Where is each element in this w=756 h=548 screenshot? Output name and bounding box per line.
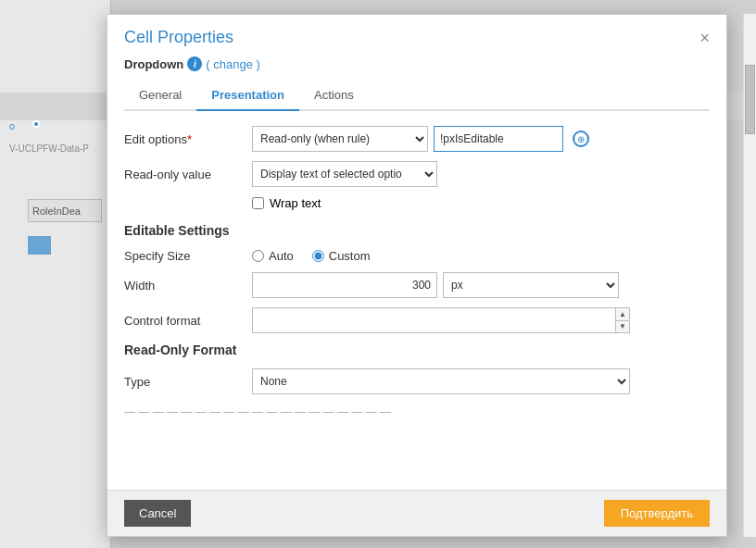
edit-options-text-input[interactable]: [434, 126, 563, 152]
edit-options-row: Edit options* Read-only (when rule) Alwa…: [124, 126, 710, 152]
spinner-up-arrow[interactable]: ▲: [616, 308, 629, 321]
custom-label: Custom: [329, 249, 371, 263]
width-control: px em %: [252, 272, 710, 298]
dialog-title: Cell Properties: [124, 28, 233, 47]
hint-text: — — — — — — — — — — — — — — — — — — —: [124, 405, 710, 418]
dialog-body: Dropdown i ( change ) General Presentati…: [107, 56, 726, 490]
wrap-text-row: Wrap text: [252, 196, 710, 210]
dropdown-label-text: Dropdown: [124, 57, 183, 71]
bg-label-o: o: [9, 120, 15, 131]
search-icon-button[interactable]: ⊕: [569, 127, 593, 151]
editable-settings-header: Editable Settings: [124, 223, 710, 238]
control-format-control: ▲ ▼: [252, 307, 710, 333]
radio-group: Auto Custom: [252, 249, 371, 263]
required-star: *: [187, 132, 192, 146]
spinner-box: ▲ ▼: [252, 307, 630, 333]
tab-general[interactable]: General: [124, 81, 196, 111]
bg-dot1: [32, 120, 40, 128]
readonly-value-label: Read-only value: [124, 168, 245, 181]
bg-label-path: V-UCLPFW-Data-P: [9, 143, 102, 154]
control-format-label: Control format: [124, 314, 245, 328]
bg-sidebar: [0, 0, 111, 548]
specify-size-label: Specify Size: [124, 249, 245, 263]
type-select[interactable]: None Currency Date Number: [252, 368, 630, 394]
tabs-container: General Presentation Actions: [124, 81, 710, 111]
cell-properties-dialog: Cell Properties × Dropdown i ( change ) …: [107, 14, 727, 537]
specify-size-row: Specify Size Auto Custom: [124, 249, 710, 263]
edit-options-select[interactable]: Read-only (when rule) Always editable Ne…: [252, 126, 428, 152]
readonly-format-section: Read-Only Format Type None Currency Date…: [124, 342, 710, 394]
control-format-row: Control format ▲ ▼: [124, 307, 710, 333]
edit-options-label: Edit options*: [124, 132, 245, 146]
tab-presentation[interactable]: Presentation: [196, 81, 299, 111]
spinner-down-arrow[interactable]: ▼: [616, 321, 629, 333]
edit-options-control: Read-only (when rule) Always editable Ne…: [252, 126, 710, 152]
change-link[interactable]: ( change ): [206, 57, 260, 71]
outer-scrollbar: [743, 14, 756, 537]
specify-size-control: Auto Custom: [252, 249, 710, 263]
wrap-text-label: Wrap text: [270, 196, 321, 210]
readonly-value-select[interactable]: Display text of selected optio Display v…: [252, 161, 437, 187]
bg-selected-cell: [28, 236, 51, 255]
readonly-format-header: Read-Only Format: [124, 342, 710, 357]
search-icon: ⊕: [573, 131, 589, 147]
unit-select[interactable]: px em %: [443, 272, 619, 298]
custom-radio[interactable]: [312, 250, 324, 262]
type-label: Type: [124, 375, 245, 389]
type-control: None Currency Date Number: [252, 368, 710, 394]
custom-option: Custom: [312, 249, 371, 263]
close-button[interactable]: ×: [699, 30, 710, 46]
dropdown-label-row: Dropdown i ( change ): [124, 56, 710, 71]
auto-label: Auto: [269, 249, 294, 263]
width-row: Width px em %: [124, 272, 710, 298]
type-row: Type None Currency Date Number: [124, 368, 710, 394]
wrap-text-checkbox[interactable]: [252, 197, 264, 209]
info-icon: i: [187, 56, 202, 71]
dialog-header: Cell Properties ×: [107, 15, 726, 56]
readonly-value-control: Display text of selected optio Display v…: [252, 161, 710, 187]
tab-actions[interactable]: Actions: [299, 81, 369, 111]
bg-cell: RoleInDea: [28, 199, 102, 222]
auto-radio[interactable]: [252, 250, 264, 262]
spinner-arrows: ▲ ▼: [615, 307, 630, 333]
confirm-button[interactable]: Подтвердить: [604, 500, 710, 527]
outer-scrollbar-thumb[interactable]: [745, 65, 755, 134]
width-input[interactable]: [252, 272, 437, 298]
auto-option: Auto: [252, 249, 294, 263]
width-label: Width: [124, 279, 245, 293]
cancel-button[interactable]: Cancel: [124, 500, 191, 527]
readonly-value-row: Read-only value Display text of selected…: [124, 161, 710, 187]
dialog-footer: Cancel Подтвердить: [107, 490, 726, 536]
control-format-input[interactable]: [252, 307, 615, 333]
